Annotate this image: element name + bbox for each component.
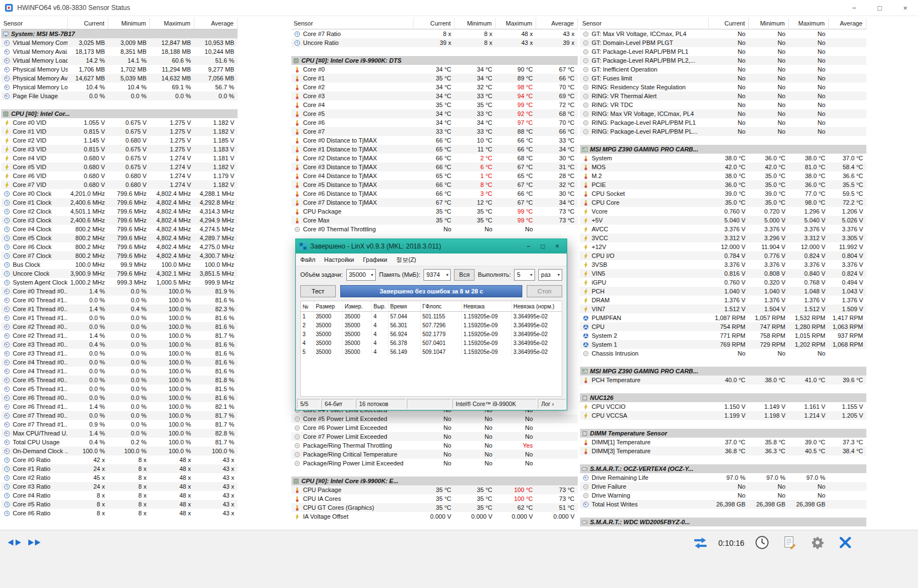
sensor-row[interactable]: GT: Fuses limitNoNoNo bbox=[580, 74, 866, 83]
sensor-row[interactable]: Core #034 °C34 °C90 °C67 °C bbox=[291, 65, 578, 74]
sensor-row[interactable]: Core #4 Ratio8 x8 x48 x43 x bbox=[1, 491, 238, 500]
sensor-row[interactable]: Core #7 Ratio8 x8 x48 x43 x bbox=[291, 29, 578, 38]
sensor-row[interactable]: Core #2 Thread #0...0.0 %0.0 %100.0 %81.… bbox=[1, 322, 238, 331]
sensor-group-header[interactable]: MSI MPG Z390 GAMING PRO CARB... bbox=[580, 367, 866, 376]
sensor-row[interactable]: Core #6 Thread #1...1.4 %0.0 %100.0 %82.… bbox=[1, 402, 238, 411]
sensor-row[interactable]: Total CPU Usage0.4 %0.2 %100.0 %81.7 % bbox=[1, 438, 238, 447]
sensor-row[interactable]: Core #733 °C33 °C88 °C66 °C bbox=[291, 127, 578, 136]
sensor-row[interactable]: Uncore Ratio39 x8 x43 x39 x bbox=[291, 38, 578, 47]
sensor-row[interactable]: Core #4 Thread #0...0.0 %0.0 %100.0 %81.… bbox=[1, 358, 238, 367]
task-size-select[interactable]: 35000 ▼ bbox=[346, 269, 376, 281]
sensor-row[interactable]: Core #135 °C34 °C89 °C66 °C bbox=[291, 74, 578, 83]
sensor-row[interactable]: Core #0 Ratio42 x8 x48 x43 x bbox=[1, 455, 238, 464]
sensor-row[interactable]: VIN71.512 V1.504 V1.512 V1.509 V bbox=[580, 305, 866, 313]
sensor-row[interactable]: Core #634 °C34 °C97 °C70 °C bbox=[291, 118, 578, 127]
sensor-row[interactable]: Virtual Memory Load14.2 %14.1 %60.6 %51.… bbox=[1, 56, 238, 65]
sensor-row[interactable]: CPU Package35 °C35 °C100 °C73 °C bbox=[291, 485, 578, 494]
sensor-row[interactable]: Core #3 Clock2,400.6 MHz799.6 MHz4,802.4… bbox=[1, 216, 238, 225]
sensor-row[interactable]: CPU Socket39.0 °C39.0 °C77.0 °C59.5 °C bbox=[580, 189, 866, 198]
sensor-row[interactable]: RING: Package-Level RAPL/PBM PL1NoNoNo bbox=[580, 118, 866, 127]
swap-arrows-button[interactable] bbox=[690, 534, 710, 552]
sensor-row[interactable]: RING: Package-Level RAPL/PBM PL...NoNoNo bbox=[580, 127, 866, 136]
sensor-row[interactable]: Page File Usage0.0 %0.0 %0.0 %0.0 % bbox=[1, 92, 238, 100]
sensor-row[interactable]: Uncore Clock3,900.9 MHz799.6 MHz4,302.1 … bbox=[1, 269, 238, 278]
sensor-row[interactable]: Total Host Writes26,398 GB26,398 GB26,39… bbox=[580, 500, 866, 509]
sensor-row[interactable]: Core #3 Thread #1...0.0 %0.0 %100.0 %81.… bbox=[1, 349, 238, 358]
sensor-row[interactable]: Core #0 Clock4,201.0 MHz799.6 MHz4,802.4… bbox=[1, 189, 238, 198]
sensor-row[interactable]: DIMM[3] Temperature36.8 °C36.3 °C40.5 °C… bbox=[580, 447, 866, 455]
sensor-row[interactable]: Core #2 Thread #1...1.4 %0.0 %100.0 %81.… bbox=[1, 331, 238, 340]
menu-graphs[interactable]: Графики bbox=[363, 256, 387, 263]
sensor-group-header[interactable]: CPU [#0]: Intel Core i9-9900K: E... bbox=[291, 477, 578, 485]
sensor-row[interactable]: Core #0 Thread #0...1.4 %0.0 %100.0 %81.… bbox=[1, 287, 238, 296]
sensor-row[interactable]: GT: Inefficient OperationNoNoNo bbox=[580, 65, 866, 74]
sensor-row[interactable]: Core #2 Clock4,501.1 MHz799.6 MHz4,802.4… bbox=[1, 207, 238, 216]
sensor-row[interactable]: Core #7 Power Limit ExceededNoNoNo bbox=[291, 432, 578, 441]
sensor-row[interactable]: Core #7 Thread #0...0.0 %0.0 %100.0 %81.… bbox=[1, 411, 238, 420]
sensor-row[interactable]: Core #534 °C33 °C92 °C68 °C bbox=[291, 109, 578, 118]
sensor-row[interactable]: Chassis IntrusionNoNoNo bbox=[580, 349, 866, 358]
menu-file[interactable]: Файл bbox=[300, 256, 315, 263]
sensor-row[interactable]: CPU GT Cores (Graphics)35 °C35 °C62 °C51… bbox=[291, 503, 578, 512]
sensor-row[interactable]: Core #6 Ratio8 x8 x48 x43 x bbox=[1, 509, 238, 518]
linx-close-button[interactable]: × bbox=[550, 240, 564, 252]
sensor-row[interactable]: Core #435 °C35 °C99 °C72 °C bbox=[291, 100, 578, 109]
minimize-button[interactable]: − bbox=[841, 0, 867, 16]
sensor-row[interactable]: Core #5 Thread #1...0.0 %0.0 %100.0 %81.… bbox=[1, 384, 238, 393]
sensor-group-header[interactable]: MSI MPG Z390 GAMING PRO CARB... bbox=[580, 145, 866, 154]
log-button[interactable]: Лог › bbox=[538, 399, 566, 409]
sensor-row[interactable]: System Agent Clock1,000.2 MHz999.3 MHz1,… bbox=[1, 278, 238, 287]
sensor-row[interactable]: Core #0 Thread #1...0.0 %0.0 %100.0 %81.… bbox=[1, 296, 238, 305]
sensor-row[interactable]: GT: Package-Level RAPL/PBM PL2,...NoNoNo bbox=[580, 56, 866, 65]
sensor-row[interactable]: CPU VCCSA1.199 V1.198 V1.214 V1.205 V bbox=[580, 411, 866, 420]
sensor-row[interactable]: System 1769 RPM729 RPM1,202 RPM1,068 RPM bbox=[580, 340, 866, 349]
sensor-row[interactable]: CPU Package35 °C35 °C99 °C73 °C bbox=[291, 207, 578, 216]
sensor-row[interactable]: Max CPU/Thread U...1.4 %0.0 %100.0 %82.8… bbox=[1, 429, 238, 438]
sensor-row[interactable]: Core #6 Thread #0...0.0 %0.0 %100.0 %81.… bbox=[1, 393, 238, 402]
sensor-row[interactable]: CPU I/O0.784 V0.776 V0.824 V0.804 V bbox=[580, 251, 866, 260]
sensor-row[interactable]: Core #3 Thread #0...0.4 %0.0 %100.0 %81.… bbox=[1, 340, 238, 349]
sensor-row[interactable]: Core #334 °C33 °C94 °C69 °C bbox=[291, 92, 578, 100]
sensor-row[interactable]: Core #1 Thread #1...0.0 %0.0 %100.0 %81.… bbox=[1, 313, 238, 322]
sensor-row[interactable]: System 2771 RPM758 RPM1,015 RPM937 RPM bbox=[580, 331, 866, 340]
sensor-row[interactable]: GT: Max VR Voltage, ICCmax, PL4NoNoNo bbox=[580, 29, 866, 38]
app-titlebar[interactable]: HWiNFO64 v6.08-3830 Sensor Status − □ × bbox=[0, 0, 918, 16]
menu-info[interactable]: 정보(Z) bbox=[396, 256, 416, 264]
sensor-row[interactable]: Core #6 Distance to TjMAX66 °C3 °C66 °C3… bbox=[291, 189, 578, 198]
nav-back-forward-button[interactable] bbox=[4, 534, 24, 552]
sensor-row[interactable]: Virtual Memory Avai...18,173 MB8,351 MB1… bbox=[1, 47, 238, 56]
sensor-row[interactable]: PUMPFAN1,087 RPM1,057 RPM1,532 RPM1,417 … bbox=[580, 313, 866, 322]
close-button[interactable]: × bbox=[892, 0, 918, 16]
nav-forward-button[interactable] bbox=[24, 534, 44, 552]
sensor-row[interactable]: System38.0 °C36.0 °C38.0 °C37.0 °C bbox=[580, 154, 866, 163]
sensor-row[interactable]: Core #6 Power Limit ExceededNoNoNo bbox=[291, 423, 578, 432]
exit-button[interactable] bbox=[835, 534, 855, 552]
sensor-group-header[interactable]: CPU [#0]: Intel Cor... bbox=[1, 109, 238, 118]
sensor-row[interactable]: RING: VR Thermal AlertNoNoNo bbox=[580, 92, 866, 100]
sensor-row[interactable]: DIMM[1] Temperature37.0 °C35.8 °C39.0 °C… bbox=[580, 438, 866, 447]
sensor-row[interactable]: Core #7 Distance to TjMAX67 °C12 °C67 °C… bbox=[291, 198, 578, 207]
clock-button[interactable] bbox=[752, 534, 772, 552]
sensor-row[interactable]: Core #1 Clock2,400.6 MHz799.6 MHz4,802.4… bbox=[1, 198, 238, 207]
sensor-row[interactable]: Physical Memory Av...14,627 MB5,039 MB14… bbox=[1, 74, 238, 83]
sensor-row[interactable]: Package/Ring Thermal ThrottlingNoNoYes bbox=[291, 441, 578, 450]
sensor-row[interactable]: Drive FailureNoNoNo bbox=[580, 482, 866, 491]
sensor-row[interactable]: Core #1 Thread #0...1.4 %0.4 %100.0 %82.… bbox=[1, 305, 238, 313]
all-memory-button[interactable]: Вся bbox=[454, 269, 475, 281]
menu-settings[interactable]: Настройки bbox=[324, 256, 354, 263]
sensor-row[interactable]: DRAM1.376 V1.376 V1.376 V1.376 V bbox=[580, 296, 866, 305]
sensor-row[interactable]: +12V12.000 V11.904 V12.000 V11.992 V bbox=[580, 242, 866, 251]
sensor-row[interactable]: 3VCC3.312 V3.296 V3.312 V3.305 V bbox=[580, 234, 866, 242]
sensor-row[interactable]: Core #2 Ratio45 x8 x48 x43 x bbox=[1, 473, 238, 482]
sensor-row[interactable]: GT: Package-Level RAPL/PBM PL1NoNoNo bbox=[580, 47, 866, 56]
sensor-row[interactable]: Physical Memory Used1,706 MB1,702 MB11,2… bbox=[1, 65, 238, 74]
sensor-row[interactable]: Core #234 °C32 °C98 °C70 °C bbox=[291, 83, 578, 92]
sensor-group-header[interactable]: NUC126 bbox=[580, 393, 866, 402]
sensor-row[interactable]: PCIE36.0 °C35.0 °C36.0 °C35.5 °C bbox=[580, 180, 866, 189]
sensor-row[interactable]: AVCC3.376 V3.376 V3.376 V3.376 V bbox=[580, 225, 866, 234]
sensor-row[interactable]: RING: Max VR Voltage, ICCmax, PL4NoNoNo bbox=[580, 109, 866, 118]
sensor-row[interactable]: PCH1.040 V1.040 V1.048 V1.043 V bbox=[580, 287, 866, 296]
sensor-row[interactable]: Core #0 Distance to TjMAX66 °C10 °C66 °C… bbox=[291, 136, 578, 145]
sensor-row[interactable]: Core #1 VID0.815 V0.675 V1.275 V1.182 V bbox=[1, 127, 238, 136]
sensor-group-header[interactable]: System: MSI MS-7B17 bbox=[1, 29, 238, 38]
